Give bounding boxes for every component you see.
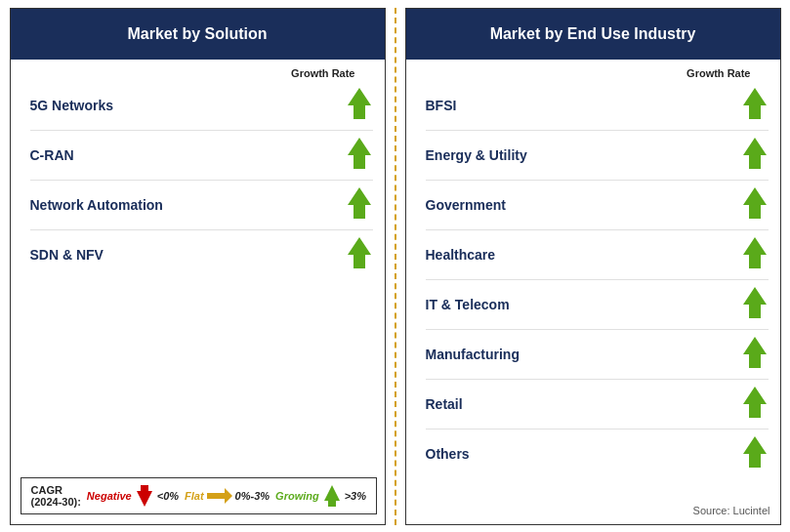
table-row: Manufacturing [426, 330, 769, 380]
divider-line [395, 8, 396, 525]
row-label: Energy & Utility [426, 147, 527, 163]
down-arrow-icon [135, 485, 154, 507]
svg-marker-4 [137, 485, 152, 507]
row-label: Manufacturing [426, 347, 520, 362]
legend-growing-value: >3% [345, 490, 366, 502]
legend-negative-value: <0% [157, 490, 179, 502]
legend-negative-label: Negative [87, 490, 132, 502]
up-arrow-icon [741, 88, 769, 123]
legend-flat-value: 0%-3% [235, 490, 270, 502]
right-panel-header: Market by End Use Industry [406, 9, 780, 61]
left-panel: Market by Solution Growth Rate 5G Networ… [10, 8, 386, 525]
legend-growing: Growing >3% [275, 485, 366, 507]
legend-box: CAGR(2024-30): Negative <0% Flat 0%-3% [21, 477, 378, 514]
legend-growing-label: Growing [275, 490, 319, 502]
svg-marker-6 [324, 485, 340, 507]
svg-marker-7 [743, 88, 767, 119]
left-panel-header: Market by Solution [11, 9, 385, 61]
svg-marker-9 [743, 187, 767, 219]
legend-flat: Flat 0%-3% [185, 488, 270, 504]
row-label: SDN & NFV [30, 247, 104, 263]
up-arrow-icon [346, 88, 373, 123]
svg-marker-2 [348, 187, 371, 219]
up-arrow-icon [346, 187, 373, 223]
up-arrow-icon [741, 138, 769, 173]
left-rows: 5G Networks C-RAN Network Automation SDN… [30, 81, 373, 279]
up-arrow-icon [741, 387, 769, 422]
table-row: Network Automation [30, 181, 373, 230]
svg-marker-13 [743, 387, 767, 418]
up-arrow-icon [741, 237, 769, 272]
row-label: Healthcare [426, 247, 496, 263]
legend-title: CAGR(2024-30): [31, 484, 81, 508]
table-row: Government [426, 181, 769, 230]
source-label: Source: Lucintel [693, 505, 770, 516]
table-row: Healthcare [426, 230, 769, 280]
up-arrow-icon [741, 287, 769, 322]
row-label: 5G Networks [30, 98, 114, 113]
row-label: Retail [426, 396, 463, 412]
svg-marker-0 [348, 88, 371, 119]
svg-marker-10 [743, 237, 767, 268]
right-rows: BFSI Energy & Utility Government Healthc… [426, 81, 769, 478]
table-row: BFSI [426, 81, 769, 131]
legend-negative: Negative <0% [87, 485, 179, 507]
row-label: BFSI [426, 98, 457, 113]
up-arrow-icon [741, 337, 769, 372]
divider [386, 8, 405, 525]
left-growth-label: Growth Rate [30, 67, 373, 79]
main-container: Market by Solution Growth Rate 5G Networ… [10, 8, 781, 525]
legend-flat-label: Flat [185, 490, 204, 502]
left-panel-body: Growth Rate 5G Networks C-RAN Network Au… [11, 60, 385, 523]
svg-marker-5 [207, 488, 232, 504]
svg-marker-14 [743, 436, 767, 468]
up-arrow-icon-legend [322, 485, 342, 507]
table-row: Energy & Utility [426, 131, 769, 181]
up-arrow-icon [741, 436, 769, 471]
row-label: Network Automation [30, 197, 163, 213]
up-arrow-icon [741, 187, 769, 223]
svg-marker-8 [743, 138, 767, 169]
right-panel-body: Growth Rate BFSI Energy & Utility Govern… [406, 60, 780, 523]
table-row: 5G Networks [30, 81, 373, 131]
up-arrow-icon [346, 237, 373, 272]
up-arrow-icon [346, 138, 373, 173]
table-row: SDN & NFV [30, 230, 373, 279]
right-arrow-icon [207, 488, 232, 504]
table-row: Retail [426, 380, 769, 430]
row-label: IT & Telecom [426, 297, 510, 312]
row-label: C-RAN [30, 147, 74, 163]
row-label: Others [426, 446, 470, 462]
svg-marker-12 [743, 337, 767, 368]
right-growth-label: Growth Rate [426, 67, 769, 79]
table-row: Others [426, 430, 769, 478]
right-panel: Market by End Use Industry Growth Rate B… [405, 8, 781, 525]
svg-marker-11 [743, 287, 767, 318]
svg-marker-1 [348, 138, 371, 169]
table-row: C-RAN [30, 131, 373, 181]
table-row: IT & Telecom [426, 280, 769, 330]
row-label: Government [426, 197, 506, 213]
svg-marker-3 [348, 237, 371, 268]
